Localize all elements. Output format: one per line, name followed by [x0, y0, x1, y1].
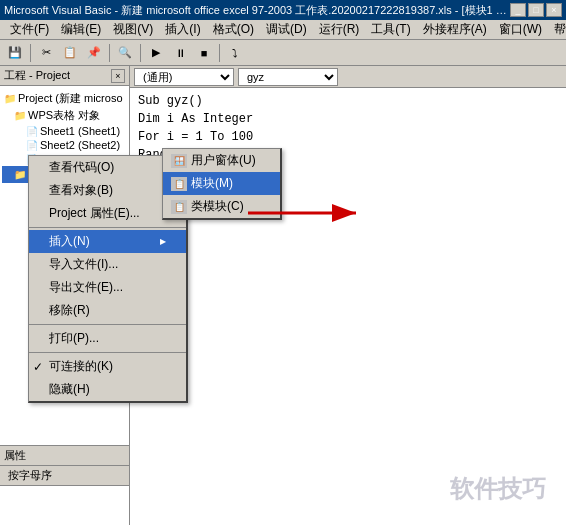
title-buttons: _ □ × — [510, 3, 562, 17]
toolbar-find[interactable]: 🔍 — [114, 43, 136, 63]
menu-tools[interactable]: 工具(T) — [365, 19, 416, 40]
project-panel-header: 工程 - Project × — [0, 66, 129, 86]
ctx-project-props-label: Project 属性(E)... — [49, 205, 140, 222]
ctx-sep2 — [29, 324, 186, 325]
menu-file[interactable]: 文件(F) — [4, 19, 55, 40]
toolbar-pause[interactable]: ⏸ — [169, 43, 191, 63]
toolbar-copy[interactable]: 📋 — [59, 43, 81, 63]
tree-icon-project: 📁 — [4, 93, 16, 104]
userform-icon: 🪟 — [171, 154, 187, 168]
submenu-module-label: 模块(M) — [191, 175, 233, 192]
toolbar-sep2 — [109, 44, 110, 62]
menu-debug[interactable]: 调试(D) — [260, 19, 313, 40]
menu-format[interactable]: 格式(O) — [207, 19, 260, 40]
toolbar-sep4 — [219, 44, 220, 62]
ctx-sep1 — [29, 227, 186, 228]
code-object-dropdown[interactable]: (通用) — [134, 68, 234, 86]
code-proc-dropdown[interactable]: gyz — [238, 68, 338, 86]
toolbar: 💾 ✂ 📋 📌 🔍 ▶ ⏸ ■ ⤵ — [0, 40, 566, 66]
menu-edit[interactable]: 编辑(E) — [55, 19, 107, 40]
ctx-sep3 — [29, 352, 186, 353]
ctx-insert[interactable]: 插入(N) ▶ — [29, 230, 186, 253]
ctx-check-icon: ✓ — [33, 360, 43, 374]
menu-run[interactable]: 运行(R) — [313, 19, 366, 40]
code-line-3: For i = 1 To 100 — [138, 128, 558, 146]
props-header: 属性 — [0, 446, 129, 466]
tree-label-sheet1: Sheet1 (Sheet1) — [40, 125, 120, 137]
submenu-classmodule-label: 类模块(C) — [191, 198, 244, 215]
submenu-userform-label: 用户窗体(U) — [191, 152, 256, 169]
tree-label-project: Project (新建 microso — [18, 91, 123, 106]
ctx-remove[interactable]: 移除(R) — [29, 299, 186, 322]
right-panel: (通用) gyz Sub gyz() Dim i As Integer For … — [130, 66, 566, 525]
ctx-import-label: 导入文件(I)... — [49, 256, 118, 273]
tree-item-wps[interactable]: 📁 WPS表格 对象 — [2, 107, 127, 124]
code-header: (通用) gyz — [130, 66, 566, 88]
ctx-import[interactable]: 导入文件(I)... — [29, 253, 186, 276]
submenu: 🪟 用户窗体(U) 📋 模块(M) 📋 类模块(C) — [162, 148, 282, 220]
code-line-1: Sub gyz() — [138, 92, 558, 110]
minimize-button[interactable]: _ — [510, 3, 526, 17]
ctx-hide[interactable]: 隐藏(H) — [29, 378, 186, 401]
toolbar-stop[interactable]: ■ — [193, 43, 215, 63]
ctx-hide-label: 隐藏(H) — [49, 381, 90, 398]
tree-icon-module: 📁 — [14, 169, 26, 180]
menu-window[interactable]: 窗口(W) — [493, 19, 548, 40]
menu-view[interactable]: 视图(V) — [107, 19, 159, 40]
submenu-module[interactable]: 📋 模块(M) — [163, 172, 280, 195]
ctx-dockable[interactable]: ✓ 可连接的(K) — [29, 355, 186, 378]
submenu-classmodule[interactable]: 📋 类模块(C) — [163, 195, 280, 218]
code-line-2: Dim i As Integer — [138, 110, 558, 128]
title-bar: Microsoft Visual Basic - 新建 microsoft of… — [0, 0, 566, 20]
tree-icon-wps: 📁 — [14, 110, 26, 121]
props-header-label: 属性 — [4, 449, 26, 461]
toolbar-cut[interactable]: ✂ — [35, 43, 57, 63]
close-button[interactable]: × — [546, 3, 562, 17]
props-tab[interactable]: 按字母序 — [0, 466, 129, 486]
tree-label-sheet2: Sheet2 (Sheet2) — [40, 139, 120, 151]
ctx-insert-label: 插入(N) — [49, 233, 90, 250]
tree-label-wps: WPS表格 对象 — [28, 108, 100, 123]
props-content — [0, 486, 129, 525]
ctx-insert-arrow: ▶ — [160, 237, 166, 246]
ctx-export-label: 导出文件(E)... — [49, 279, 123, 296]
tree-icon-sheet2: 📄 — [26, 140, 38, 151]
submenu-userform[interactable]: 🪟 用户窗体(U) — [163, 149, 280, 172]
toolbar-step[interactable]: ⤵ — [224, 43, 246, 63]
menu-help[interactable]: 帮助(H) — [548, 19, 566, 40]
tree-icon-sheet1: 📄 — [26, 126, 38, 137]
ctx-dockable-label: 可连接的(K) — [49, 358, 113, 375]
project-header-label: 工程 - Project — [4, 68, 70, 83]
ctx-print-label: 打印(P)... — [49, 330, 99, 347]
ctx-print[interactable]: 打印(P)... — [29, 327, 186, 350]
project-panel-close[interactable]: × — [111, 69, 125, 83]
module-icon: 📋 — [171, 177, 187, 191]
menu-bar: 文件(F) 编辑(E) 视图(V) 插入(I) 格式(O) 调试(D) 运行(R… — [0, 20, 566, 40]
tree-item-sheet1[interactable]: 📄 Sheet1 (Sheet1) — [2, 124, 127, 138]
ctx-view-code-label: 查看代码(O) — [49, 159, 114, 176]
ctx-remove-label: 移除(R) — [49, 302, 90, 319]
menu-insert[interactable]: 插入(I) — [159, 19, 206, 40]
ctx-view-object-label: 查看对象(B) — [49, 182, 113, 199]
toolbar-sep3 — [140, 44, 141, 62]
toolbar-sep1 — [30, 44, 31, 62]
properties-panel: 属性 按字母序 — [0, 445, 129, 525]
toolbar-run[interactable]: ▶ — [145, 43, 167, 63]
props-tab-label: 按字母序 — [8, 469, 52, 481]
menu-addins[interactable]: 外接程序(A) — [417, 19, 493, 40]
tree-item-sheet2[interactable]: 📄 Sheet2 (Sheet2) — [2, 138, 127, 152]
title-text: Microsoft Visual Basic - 新建 microsoft of… — [4, 3, 510, 18]
maximize-button[interactable]: □ — [528, 3, 544, 17]
toolbar-save[interactable]: 💾 — [4, 43, 26, 63]
ctx-export[interactable]: 导出文件(E)... — [29, 276, 186, 299]
toolbar-paste[interactable]: 📌 — [83, 43, 105, 63]
tree-item-project[interactable]: 📁 Project (新建 microso — [2, 90, 127, 107]
classmodule-icon: 📋 — [171, 200, 187, 214]
